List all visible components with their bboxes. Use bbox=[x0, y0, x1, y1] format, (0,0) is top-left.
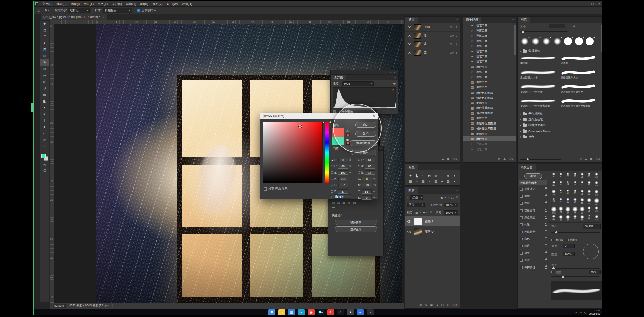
tray-up-icon[interactable]: ∧ bbox=[575, 311, 577, 314]
warning-icon[interactable]: ⚠ bbox=[391, 88, 394, 92]
flip-y-row[interactable]: 翻转Y bbox=[566, 238, 577, 242]
brush-preset[interactable]: 柔边圆压力大小 bbox=[519, 68, 559, 82]
brush-option-row[interactable]: 双重画笔 bbox=[518, 207, 549, 214]
channel-action-icon[interactable]: ◙ bbox=[442, 158, 444, 161]
move-tool[interactable]: ✚ bbox=[40, 21, 49, 27]
history-state-row[interactable]: ▤修改曲线图层 bbox=[463, 111, 516, 116]
brush-option-row[interactable]: 杂色 bbox=[518, 235, 549, 242]
history-brush-source[interactable] bbox=[464, 70, 468, 74]
angle-value[interactable]: 0° bbox=[563, 244, 575, 248]
brushes-action-icon[interactable]: ◙ bbox=[585, 158, 587, 161]
filter-icon[interactable]: ▣ bbox=[440, 196, 443, 199]
photoshop-taskbar-icon[interactable]: Ps bbox=[318, 309, 324, 315]
layers-action-icon[interactable]: ◑ bbox=[436, 303, 438, 307]
lock-icon[interactable]: ▦ bbox=[415, 211, 418, 214]
blend-mode-dropdown[interactable]: 正常▾ bbox=[407, 203, 425, 207]
brush-tip-preset[interactable]: 26 bbox=[557, 197, 564, 206]
brush-tip-preset[interactable]: 11 bbox=[586, 214, 593, 222]
brush-preset[interactable]: 硬边圆 bbox=[559, 54, 600, 68]
align-icon[interactable]: ▥ bbox=[332, 201, 335, 204]
visibility-eye-icon[interactable] bbox=[407, 231, 411, 233]
eraser-tool[interactable]: ▤ bbox=[40, 92, 49, 98]
history-brush-source[interactable] bbox=[464, 116, 468, 120]
brushes-action-icon[interactable]: ⊞ bbox=[590, 158, 593, 161]
brush-edit-icon[interactable]: ✐ bbox=[571, 24, 576, 29]
align-icon[interactable]: ▧ bbox=[348, 201, 351, 204]
adjustment-icon[interactable]: ◈ bbox=[445, 173, 451, 178]
adjustment-icon[interactable]: ◩ bbox=[426, 173, 433, 178]
brush-option-row[interactable]: 形状动态 bbox=[518, 185, 549, 193]
option-checkbox[interactable] bbox=[520, 188, 523, 191]
history-state-row[interactable]: ▤删除图层 bbox=[463, 85, 516, 90]
history-state-row[interactable]: ✑画笔工具 bbox=[463, 147, 516, 152]
brush-tip-preset[interactable]: 70 bbox=[586, 197, 593, 206]
shape-tool[interactable]: ▭ bbox=[40, 130, 49, 137]
tip-size-slider[interactable] bbox=[551, 232, 600, 233]
photos-app-taskbar-icon[interactable]: ▦ bbox=[288, 309, 295, 315]
pen-tool[interactable]: ✒ bbox=[40, 111, 49, 117]
history-brush-source[interactable] bbox=[464, 65, 468, 69]
refresh-icon[interactable]: ⟳ bbox=[393, 82, 396, 85]
tab-history[interactable]: 历史记录 bbox=[463, 17, 481, 23]
option-checkbox[interactable] bbox=[520, 259, 523, 262]
brush-tip-preset[interactable]: 33 bbox=[564, 197, 571, 206]
lock-icon[interactable]: ✥ bbox=[423, 211, 425, 214]
channel-row[interactable]: 绿Ctrl+4 bbox=[405, 40, 460, 48]
channel-row[interactable]: 蓝Ctrl+5 bbox=[405, 48, 460, 57]
history-brush-source[interactable] bbox=[464, 34, 468, 38]
history-brush-source[interactable] bbox=[464, 91, 468, 95]
channel-action-icon[interactable]: ⌦ bbox=[452, 158, 457, 161]
history-action-icon[interactable]: ⧉ bbox=[498, 158, 500, 161]
history-brush-source[interactable] bbox=[464, 142, 468, 146]
menu-item[interactable]: 图层(L) bbox=[82, 1, 96, 7]
history-brush-tool[interactable]: ↺ bbox=[40, 85, 49, 92]
zoom-level-field[interactable]: 52.82% bbox=[53, 304, 66, 308]
history-brush-source[interactable] bbox=[464, 137, 468, 141]
history-state-row[interactable]: ▤新建图层 bbox=[463, 64, 516, 70]
brush-size-slider[interactable] bbox=[520, 31, 568, 32]
history-state-row[interactable]: ✑画笔工具 bbox=[463, 59, 516, 64]
search-icon[interactable]: ⌕ bbox=[407, 196, 408, 199]
menu-item[interactable]: 滤镜(T) bbox=[124, 1, 138, 7]
channel-action-icon[interactable]: ◌ bbox=[437, 158, 439, 161]
opacity-dropdown[interactable]: 100%▾ bbox=[444, 203, 458, 207]
option-checkbox[interactable] bbox=[520, 231, 523, 233]
adjustment-icon[interactable]: ▙ bbox=[414, 173, 420, 178]
menu-item[interactable]: 3D(D) bbox=[138, 1, 150, 7]
history-state-row[interactable]: ▤新建图层 bbox=[463, 136, 516, 141]
marquee-tool[interactable]: □ bbox=[40, 27, 49, 34]
tab-layers[interactable]: 图层 bbox=[405, 187, 418, 194]
panel-menu-icon[interactable]: ≡ bbox=[456, 189, 458, 192]
file-explorer-taskbar-icon[interactable]: ▱ bbox=[278, 309, 285, 315]
brush-option-row[interactable]: 画笔笔势 bbox=[518, 228, 549, 235]
tab-histogram[interactable]: 直方图 bbox=[331, 75, 346, 80]
field-radio[interactable] bbox=[358, 159, 360, 161]
brush-tip-preset[interactable]: 36 bbox=[579, 189, 586, 197]
brush-tool[interactable]: ✑ bbox=[40, 72, 49, 79]
layers-action-icon[interactable]: ▣ bbox=[430, 303, 433, 307]
option-checkbox[interactable] bbox=[520, 195, 523, 198]
vertical-ruler[interactable]: 0510152025303540455055606570 bbox=[50, 24, 54, 303]
roundness-value[interactable]: 100% bbox=[563, 252, 575, 256]
history-state-row[interactable]: ▤删除图层 bbox=[463, 131, 516, 136]
brush-tip-preset[interactable]: 25 bbox=[564, 172, 571, 180]
channel-row[interactable]: RGBCtrl+2 bbox=[405, 23, 460, 32]
crop-tool[interactable]: ⊡ bbox=[40, 46, 49, 53]
brush-tip-preset[interactable]: 46 bbox=[593, 180, 600, 189]
sample-dropdown[interactable]: 所有图层▾ bbox=[103, 8, 132, 13]
field-radio[interactable] bbox=[358, 165, 360, 167]
tab-brush-settings[interactable]: 画笔设置 bbox=[518, 164, 536, 171]
dodge-tool[interactable]: ◐ bbox=[40, 104, 49, 111]
history-state-row[interactable]: ▤修改曝光度图层 bbox=[463, 126, 516, 131]
field-input[interactable]: 255 bbox=[338, 177, 348, 181]
eyedropper-option-icon[interactable]: ✎ bbox=[45, 8, 47, 12]
lasso-tool[interactable]: ⌒ bbox=[40, 34, 49, 40]
spacing-value[interactable]: 25% bbox=[589, 270, 601, 274]
field-input[interactable]: 0 bbox=[338, 158, 348, 162]
menu-item[interactable]: 选择(S) bbox=[110, 1, 124, 7]
recent-brush[interactable]: ◢ bbox=[520, 36, 530, 47]
panel-menu-icon[interactable]: ≡ bbox=[512, 18, 514, 21]
brush-tip-preset[interactable]: 36 bbox=[593, 206, 600, 214]
field-input[interactable]: 66 bbox=[338, 164, 348, 169]
recent-brush[interactable]: ◢ bbox=[574, 36, 584, 47]
